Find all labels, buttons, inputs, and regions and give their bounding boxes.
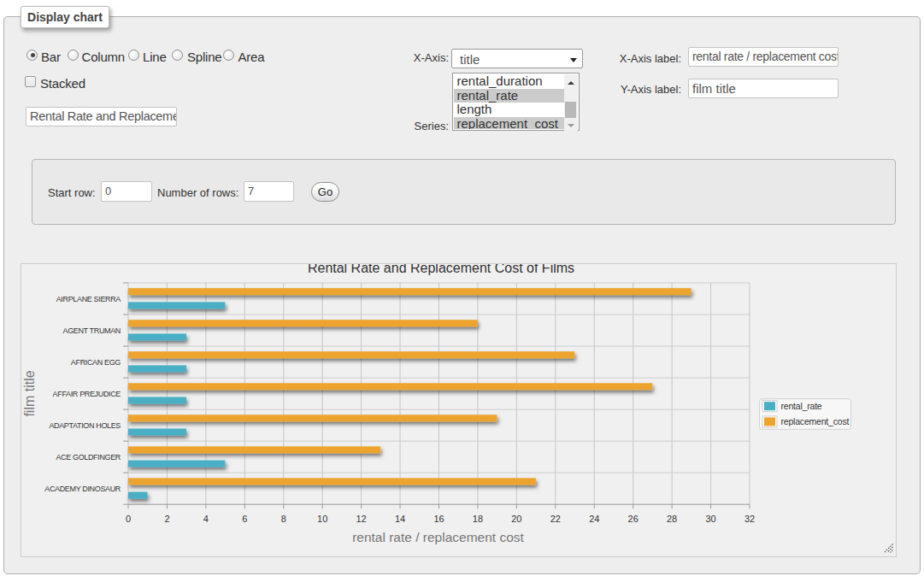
svg-text:AIRPLANE SIERRA: AIRPLANE SIERRA (56, 295, 121, 303)
svg-text:ADAPTATION HOLES: ADAPTATION HOLES (49, 421, 121, 430)
svg-text:rental_rate: rental_rate (781, 401, 822, 411)
svg-text:12: 12 (356, 514, 366, 524)
svg-text:30: 30 (705, 514, 715, 524)
svg-text:10: 10 (317, 514, 327, 524)
svg-text:rental rate / replacement cost: rental rate / replacement cost (352, 530, 524, 544)
svg-text:20: 20 (511, 514, 521, 524)
svg-text:8: 8 (281, 514, 286, 524)
svg-text:AGENT TRUMAN: AGENT TRUMAN (63, 326, 121, 335)
svg-text:2: 2 (164, 514, 169, 524)
svg-text:AFRICAN EGG: AFRICAN EGG (71, 358, 121, 367)
svg-text:26: 26 (628, 514, 639, 524)
svg-text:replacement_cost: replacement_cost (781, 416, 850, 426)
svg-text:14: 14 (395, 514, 405, 524)
svg-text:16: 16 (433, 514, 444, 524)
svg-text:6: 6 (242, 514, 247, 524)
svg-text:18: 18 (473, 514, 483, 524)
svg-text:4: 4 (203, 514, 209, 524)
svg-text:film title: film title (22, 370, 37, 416)
svg-text:AFFAIR PREJUDICE: AFFAIR PREJUDICE (53, 390, 121, 398)
svg-text:32: 32 (744, 514, 755, 524)
svg-text:22: 22 (550, 514, 561, 524)
svg-text:ACE GOLDFINGER: ACE GOLDFINGER (56, 453, 121, 461)
svg-text:0: 0 (126, 514, 131, 524)
svg-text:28: 28 (667, 514, 677, 524)
svg-text:24: 24 (589, 514, 599, 524)
svg-text:ACADEMY DINOSAUR: ACADEMY DINOSAUR (44, 485, 121, 493)
svg-text:Rental Rate and Replacement Co: Rental Rate and Replacement Cost of Film… (308, 264, 574, 275)
